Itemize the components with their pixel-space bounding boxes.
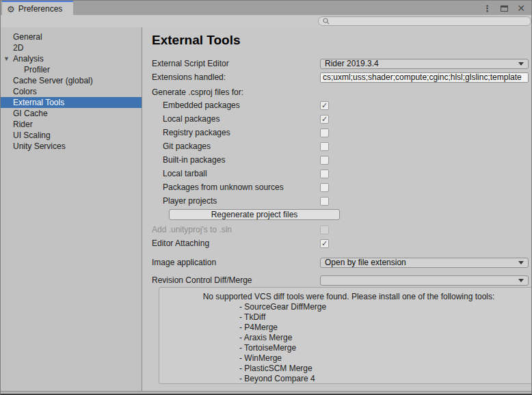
regenerate-project-files-button[interactable]: Regenerate project files xyxy=(169,209,340,220)
vcs-tool-item: - Araxis Merge xyxy=(239,333,532,343)
external-script-editor-label: External Script Editor xyxy=(152,59,320,68)
external-script-editor-dropdown[interactable]: Rider 2019.3.4 xyxy=(320,59,529,69)
editor-attaching-checkbox[interactable]: ✓ xyxy=(320,239,329,248)
sidebar-item-label: Cache Server (global) xyxy=(13,76,93,85)
close-icon[interactable]: ✕ xyxy=(517,3,525,13)
csproj-row-embedded-packages: Embedded packages✓ xyxy=(152,98,532,112)
sidebar-item-general[interactable]: General xyxy=(1,31,142,42)
sidebar-item-analysis[interactable]: ▼Analysis xyxy=(1,53,142,64)
sidebar-item-2d[interactable]: 2D xyxy=(1,42,142,53)
search-input[interactable] xyxy=(332,17,527,25)
chevron-down-icon xyxy=(518,261,524,264)
editor-attaching-row: Editor Attaching ✓ xyxy=(152,236,532,250)
sidebar-item-label: General xyxy=(13,32,42,42)
sidebar-item-ui-scaling[interactable]: UI Scaling xyxy=(1,130,142,141)
vcs-tool-item: - TortoiseMerge xyxy=(239,343,532,353)
image-application-label: Image application xyxy=(152,258,320,267)
sidebar-item-label: UI Scaling xyxy=(13,131,51,140)
checkbox-label: Local packages xyxy=(163,114,320,124)
vcs-tool-item: - WinMerge xyxy=(239,353,532,364)
checkbox-label: Local tarball xyxy=(163,169,320,178)
chevron-down-icon xyxy=(518,62,524,66)
sidebar-item-label: Analysis xyxy=(13,54,44,64)
external-script-editor-row: External Script Editor Rider 2019.3.4 xyxy=(152,57,532,70)
search-box[interactable] xyxy=(318,16,531,26)
csproj-row-local-tarball: Local tarball xyxy=(152,167,532,180)
local-tarball-checkbox[interactable] xyxy=(320,169,329,178)
csproj-row-packages-from-unknown-sources: Packages from unknown sources xyxy=(152,180,532,194)
csproj-row-player-projects: Player projects xyxy=(152,194,532,208)
maximize-icon[interactable] xyxy=(501,5,508,12)
checkbox-label: Embedded packages xyxy=(163,100,320,110)
sidebar-item-gi-cache[interactable]: GI Cache xyxy=(1,108,142,119)
image-application-dropdown[interactable]: Open by file extension xyxy=(320,258,529,268)
vcs-tool-item: - SourceGear DiffMerge xyxy=(239,302,532,312)
sidebar-item-cache-server-global[interactable]: Cache Server (global) xyxy=(1,75,142,86)
extensions-handled-row: Extensions handled: xyxy=(152,70,532,84)
image-application-value: Open by file extension xyxy=(325,258,518,267)
sidebar-item-label: Rider xyxy=(13,120,33,129)
player-projects-checkbox[interactable] xyxy=(320,197,329,206)
extensions-handled-label: Extensions handled: xyxy=(152,72,320,82)
sidebar-item-label: GI Cache xyxy=(13,109,48,118)
git-packages-checkbox[interactable] xyxy=(320,142,329,151)
add-unityproj-checkbox xyxy=(320,226,329,234)
revision-control-label: Revision Control Diff/Merge xyxy=(152,275,320,285)
image-application-row: Image application Open by file extension xyxy=(152,256,532,269)
vcs-help-box: No supported VCS diff tools were found. … xyxy=(159,287,532,384)
toolbar xyxy=(1,15,531,27)
csproj-row-git-packages: Git packages xyxy=(152,139,532,153)
search-icon xyxy=(323,18,330,25)
chevron-down-icon xyxy=(518,279,524,282)
revision-control-dropdown[interactable] xyxy=(320,275,529,286)
more-menu-icon[interactable]: ⋮ xyxy=(483,3,492,14)
generate-csproj-label: Generate .csproj files for: xyxy=(152,86,532,98)
vcs-tool-item: - TkDiff xyxy=(239,312,532,323)
csproj-row-built-in-packages: Built-in packages xyxy=(152,153,532,167)
checkbox-label: Player projects xyxy=(163,196,320,206)
add-unityproj-row: Add .unityproj's to .sln xyxy=(152,223,532,236)
vcs-tool-list: - SourceGear DiffMerge- TkDiff- P4Merge-… xyxy=(159,302,532,384)
csproj-row-registry-packages: Registry packages xyxy=(152,126,532,139)
csproj-checkbox-group: Embedded packages✓Local packages✓Registr… xyxy=(152,98,532,208)
preferences-window: ⚙ Preferences ⋮ ✕ General2D▼AnalysisProf… xyxy=(0,0,532,395)
editor-attaching-label: Editor Attaching xyxy=(152,239,320,248)
title-bar: ⚙ Preferences ⋮ ✕ xyxy=(1,0,531,15)
window-controls: ⋮ ✕ xyxy=(483,1,525,16)
sidebar-item-label: Unity Services xyxy=(13,141,66,151)
revision-control-row: Revision Control Diff/Merge xyxy=(152,275,532,286)
sidebar-item-external-tools[interactable]: External Tools xyxy=(1,97,142,108)
local-packages-checkbox[interactable]: ✓ xyxy=(320,115,329,124)
sidebar-item-rider[interactable]: Rider xyxy=(1,119,142,130)
checkbox-label: Built-in packages xyxy=(163,155,320,165)
body: General2D▼AnalysisProfilerCache Server (… xyxy=(1,27,531,391)
sidebar-item-colors[interactable]: Colors xyxy=(1,86,142,97)
registry-packages-checkbox[interactable] xyxy=(320,128,329,137)
built-in-packages-checkbox[interactable] xyxy=(320,156,329,165)
main-panel: External Tools External Script Editor Ri… xyxy=(142,27,532,391)
checkbox-label: Git packages xyxy=(163,141,320,151)
extensions-handled-input[interactable] xyxy=(320,72,529,83)
embedded-packages-checkbox[interactable]: ✓ xyxy=(320,101,329,110)
add-unityproj-label: Add .unityproj's to .sln xyxy=(152,225,320,234)
sidebar-item-label: Colors xyxy=(13,87,37,96)
foldout-open-icon[interactable]: ▼ xyxy=(3,53,10,64)
sidebar-item-label: Profiler xyxy=(24,65,50,74)
vcs-tool-item: - Beyond Compare 4 xyxy=(239,374,532,384)
packages-from-unknown-sources-checkbox[interactable] xyxy=(320,183,329,192)
checkbox-label: Registry packages xyxy=(163,128,320,137)
status-bar xyxy=(1,391,531,393)
tab-preferences[interactable]: ⚙ Preferences xyxy=(2,1,73,16)
sidebar-item-profiler[interactable]: Profiler xyxy=(1,64,142,75)
sidebar: General2D▼AnalysisProfilerCache Server (… xyxy=(1,27,142,391)
checkbox-label: Packages from unknown sources xyxy=(163,182,320,192)
gear-icon: ⚙ xyxy=(7,5,15,14)
page-title: External Tools xyxy=(152,33,532,48)
sidebar-item-unity-services[interactable]: Unity Services xyxy=(1,141,142,152)
vcs-help-message: No supported VCS diff tools were found. … xyxy=(159,292,532,302)
vcs-tool-item: - P4Merge xyxy=(239,323,532,333)
external-script-editor-value: Rider 2019.3.4 xyxy=(325,59,518,68)
vcs-tool-item: - PlasticSCM Merge xyxy=(239,364,532,374)
window-title: Preferences xyxy=(18,4,63,14)
sidebar-item-label: 2D xyxy=(13,43,23,53)
